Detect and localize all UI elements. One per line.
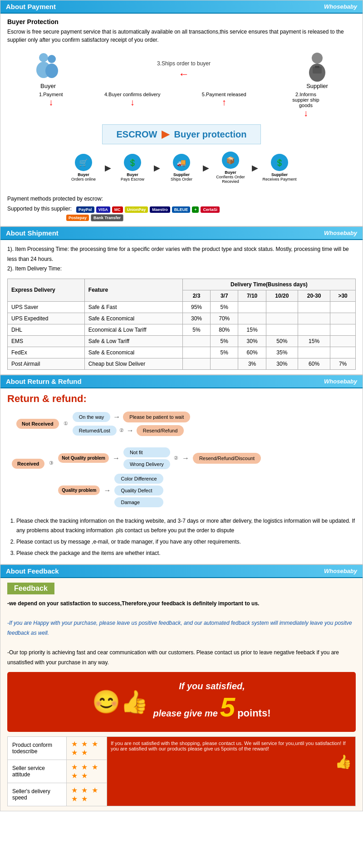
return-section: About Return & Refund Whosebaby Return &… <box>0 375 363 564</box>
cell: 5% <box>211 347 238 358</box>
cell: 15% <box>298 335 330 347</box>
cell <box>238 301 266 313</box>
feedback-para1: -we depend on your satisfaction to succe… <box>7 599 356 609</box>
cell <box>330 313 356 324</box>
cartasi-logo: CertaSi <box>201 206 220 213</box>
banner-text2: please give me <box>153 708 217 719</box>
table-row: FedEx Safe & Economical 5% 60% 35% <box>8 347 356 358</box>
feedback-body: Feedback -we depend on your satisfaction… <box>0 578 363 811</box>
resend-refund-discount-oval: Resend/Refund/Discount <box>193 453 261 464</box>
rating-label-1: Product conform todescribe <box>8 737 67 760</box>
feedback-badge: Feedback <box>7 583 54 594</box>
escrow-box: ESCROW ▶ Buyer protection <box>102 124 260 144</box>
step-arrow-4: ▶ <box>251 163 259 173</box>
quality-defect-oval: Quality Defect <box>114 485 163 495</box>
svg-point-4 <box>312 53 323 64</box>
rating-right-text: If you are not satisfied with the shoppi… <box>107 737 355 806</box>
on-the-way-row: On the way → Please be patient to wait <box>73 412 191 422</box>
cell: 3% <box>238 358 266 369</box>
th-delivery-time: Delivery Time(Business days) <box>182 279 355 290</box>
quality-oval: Quality problem <box>58 485 100 495</box>
th-feature: Feature <box>84 279 182 301</box>
visa-logo: VISA <box>96 206 110 213</box>
return-brand: Whosebaby <box>324 378 357 385</box>
not-quality-options: Not fit Wrong Delivery <box>123 447 170 469</box>
num1-label: ① <box>64 421 68 427</box>
return-notes: Please check the tracking information on… <box>7 516 356 558</box>
carrier-fedex: FedEx <box>8 347 85 358</box>
supported-label: Supported by this supplier: <box>7 206 72 212</box>
buyer-protection-title: Buyer Protection <box>7 18 356 25</box>
ships-order-label: 3.Ships order to buyer <box>62 60 306 67</box>
th-express: Express Delivery <box>8 279 85 301</box>
cell <box>330 301 356 313</box>
rating-label-2: Seller service attitude <box>8 760 67 783</box>
not-fit-oval: Not fit <box>123 447 170 457</box>
bank-transfer-logo: Bank Transfer <box>91 214 123 221</box>
informs-label: 2.Informs suppier ship goods <box>288 92 324 108</box>
cell: 30% <box>182 313 210 324</box>
patient-oval: Please be patient to wait <box>123 412 190 422</box>
escrow-text: ESCROW <box>116 129 157 140</box>
feature-post-airmail: Cheap but Slow Deliver <box>84 358 182 369</box>
cell: 5% <box>211 301 238 313</box>
cell <box>298 301 330 313</box>
num4-label: ② <box>174 455 178 461</box>
carrier-dhl: DHL <box>8 324 85 335</box>
escrow-step-1: 🛒 BuyerOrders online ▶ <box>63 152 112 184</box>
orders-icon: 🛒 <box>75 154 92 171</box>
buyer-protection-desc: Escrow is free secure payment service th… <box>7 28 356 44</box>
received-oval: Received <box>12 459 44 469</box>
return-note-2: Please contact us by message ,e-mail, or… <box>16 537 356 547</box>
shipment-intro: 1). Item Processing Time: the processing… <box>7 245 356 274</box>
unionpay-logo: UnionPay <box>125 206 148 213</box>
not-received-oval: Not Received <box>16 419 59 429</box>
payment-methods-section: Payment methods protected by escrow: Sup… <box>7 196 356 221</box>
escrow-steps: 🛒 BuyerOrders online ▶ 💲 BuyerPays Escro… <box>7 152 356 184</box>
escrow-step-4: 📦 BuyerConfients OrderRecevied ▶ <box>210 152 259 184</box>
payment-section: About Payment Whosebaby Buyer Protection… <box>0 0 363 226</box>
carrier-post-airmail: Post Airmail <box>8 358 85 369</box>
banner-num: 5 <box>220 691 235 723</box>
return-note-3: Please check the package and the items a… <box>16 549 356 559</box>
cell <box>238 313 266 324</box>
table-row: EMS Safe & Low Tariff 5% 30% 50% 15% <box>8 335 356 347</box>
cell <box>266 301 298 313</box>
color-diff-oval: Color Difference <box>114 474 163 484</box>
not-received-diagram: Not Received ① On the way → Please be pa… <box>16 412 347 436</box>
banner-text-area: If you satisfied, please give me 5 point… <box>153 681 270 723</box>
cell: 50% <box>266 335 298 347</box>
buyer-label: Buyer <box>40 83 56 89</box>
rating-label-3: Seller's delivery speed <box>8 783 67 806</box>
delivery-table: Express Delivery Feature Delivery Time(B… <box>7 279 356 370</box>
cell <box>211 358 238 369</box>
supplier-icon <box>306 51 329 83</box>
table-row: Post Airmail Cheap but Slow Deliver 3% 3… <box>8 358 356 369</box>
released-arrow-group: 5.Payment released ↑ <box>202 92 246 108</box>
postepay-logo: Postepay <box>66 215 89 221</box>
num2-label: ② <box>119 427 124 433</box>
feature-fedex: Safe & Economical <box>84 347 182 358</box>
payment-label: 1.Payment <box>39 92 63 97</box>
cell: 60% <box>298 358 330 369</box>
cell <box>298 313 330 324</box>
vertical-arrows-row: 1.Payment ↓ 4.Buyer confirms delivery ↓ … <box>7 92 356 118</box>
feature-ems: Safe & Low Tariff <box>84 335 182 347</box>
cell: 80% <box>211 324 238 335</box>
cell <box>298 324 330 335</box>
confirms-label: 4.Buyer confirms delivery <box>104 92 161 97</box>
payment-logos: PayPal VISA MC UnionPay Maestro BLEUE + … <box>76 206 220 213</box>
svg-rect-7 <box>315 66 319 68</box>
on-the-way-oval: On the way <box>73 412 111 422</box>
shipment-intro1: 1). Item Processing Time: the processing… <box>7 245 356 264</box>
receives-icon: 💲 <box>271 154 288 171</box>
cell: 70% <box>211 313 238 324</box>
informs-arrow-group: 2.Informs suppier ship goods ↓ <box>288 92 324 118</box>
payment-brand: Whosebaby <box>324 3 357 10</box>
table-row: UPS Saver Safe & Fast 95% 5% <box>8 301 356 313</box>
feedback-section: About Feedback Whosebaby Feedback -we de… <box>0 564 363 811</box>
feedback-para2: -If you are Happy with your purchase, pl… <box>7 618 356 638</box>
return-note-1: Please check the tracking information on… <box>16 516 356 536</box>
shipment-body: 1). Item Processing Time: the processing… <box>0 240 363 374</box>
rating-right-emoji: 👍 <box>111 754 352 770</box>
